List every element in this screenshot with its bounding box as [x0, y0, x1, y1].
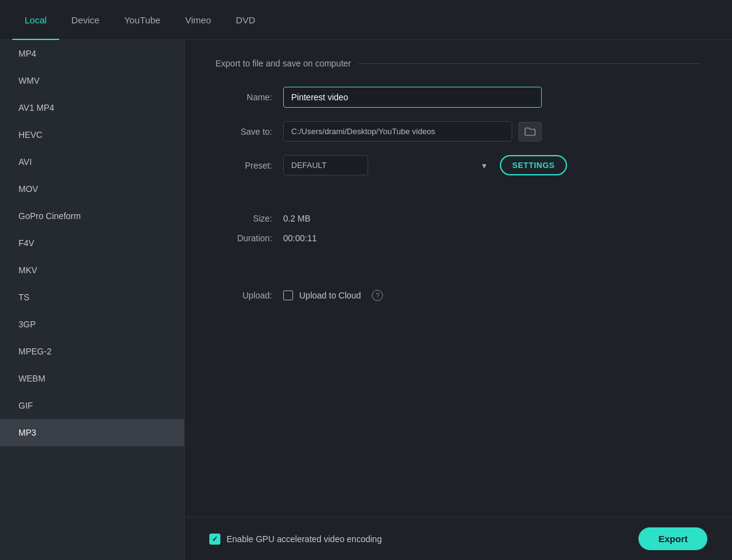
tab-dvd[interactable]: DVD — [223, 0, 268, 40]
save-to-row: Save to: C:/Users/drami/Desktop/YouTube … — [215, 121, 701, 142]
name-label: Name: — [215, 92, 283, 102]
sidebar-item-webm[interactable]: WEBM — [0, 365, 184, 392]
upload-cloud-checkbox-wrapper[interactable]: Upload to Cloud ? — [283, 290, 383, 301]
export-button[interactable]: Export — [638, 527, 707, 550]
sidebar-item-3gp[interactable]: 3GP — [0, 311, 184, 338]
upload-row: Upload: Upload to Cloud ? — [215, 290, 701, 301]
sidebar-item-gif[interactable]: GIF — [0, 392, 184, 419]
sidebar-item-mkv[interactable]: MKV — [0, 257, 184, 284]
settings-button[interactable]: SETTINGS — [500, 155, 567, 175]
browse-folder-button[interactable] — [518, 122, 542, 142]
preset-control: DEFAULT HIGH QUALITY MEDIUM QUALITY LOW … — [283, 155, 701, 175]
gpu-checkbox[interactable] — [209, 534, 220, 545]
duration-label: Duration: — [215, 233, 283, 243]
tab-bar: Local Device YouTube Vimeo DVD — [0, 0, 732, 40]
sidebar-item-avi[interactable]: AVI — [0, 148, 184, 175]
format-sidebar: MP4 WMV AV1 MP4 HEVC AVI MOV GoPro Cinef… — [0, 40, 185, 560]
sidebar-item-ts[interactable]: TS — [0, 284, 184, 311]
name-input[interactable] — [283, 87, 542, 108]
sidebar-item-hevc[interactable]: HEVC — [0, 121, 184, 148]
upload-label: Upload: — [215, 290, 283, 300]
sidebar-item-mov[interactable]: MOV — [0, 175, 184, 202]
name-row: Name: — [215, 87, 701, 108]
save-path-display: C:/Users/drami/Desktop/YouTube videos — [283, 121, 512, 142]
sidebar-item-mp3[interactable]: MP3 — [0, 419, 184, 446]
size-label: Size: — [215, 214, 283, 223]
size-row: Size: 0.2 MB — [215, 214, 701, 223]
export-content: Export to file and save on computer Name… — [185, 40, 732, 560]
preset-select[interactable]: DEFAULT HIGH QUALITY MEDIUM QUALITY LOW … — [283, 155, 368, 175]
sidebar-item-mpeg2[interactable]: MPEG-2 — [0, 338, 184, 365]
help-icon[interactable]: ? — [372, 290, 383, 301]
save-to-control: C:/Users/drami/Desktop/YouTube videos — [283, 121, 701, 142]
duration-value: 00:00:11 — [283, 233, 317, 243]
preset-row: Preset: DEFAULT HIGH QUALITY MEDIUM QUAL… — [215, 155, 701, 175]
tab-device[interactable]: Device — [59, 0, 112, 40]
sidebar-item-wmv[interactable]: WMV — [0, 67, 184, 94]
size-value: 0.2 MB — [283, 214, 310, 223]
upload-cloud-label: Upload to Cloud — [299, 290, 361, 300]
tab-youtube[interactable]: YouTube — [112, 0, 173, 40]
gpu-label: Enable GPU accelerated video encoding — [227, 534, 382, 544]
folder-icon — [525, 127, 536, 137]
gpu-row: Enable GPU accelerated video encoding — [209, 534, 382, 545]
sidebar-item-av1mp4[interactable]: AV1 MP4 — [0, 94, 184, 121]
section-title: Export to file and save on computer — [215, 58, 701, 68]
bottom-bar: Enable GPU accelerated video encoding Ex… — [185, 517, 732, 560]
save-to-label: Save to: — [215, 127, 283, 137]
main-layout: MP4 WMV AV1 MP4 HEVC AVI MOV GoPro Cinef… — [0, 40, 732, 560]
preset-label: Preset: — [215, 161, 283, 170]
name-control — [283, 87, 701, 108]
sidebar-item-f4v[interactable]: F4V — [0, 230, 184, 257]
preset-select-wrapper: DEFAULT HIGH QUALITY MEDIUM QUALITY LOW … — [283, 155, 493, 175]
tab-vimeo[interactable]: Vimeo — [173, 0, 223, 40]
upload-cloud-checkbox[interactable] — [283, 290, 293, 300]
tab-local[interactable]: Local — [12, 0, 59, 40]
sidebar-item-mp4[interactable]: MP4 — [0, 40, 184, 67]
sidebar-item-gopro[interactable]: GoPro Cineform — [0, 202, 184, 230]
duration-row: Duration: 00:00:11 — [215, 233, 701, 243]
